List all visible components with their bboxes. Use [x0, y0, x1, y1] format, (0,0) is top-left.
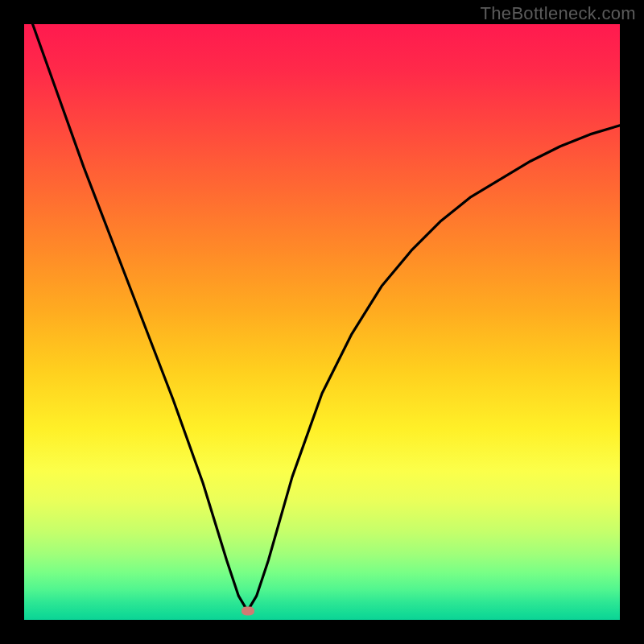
watermark-text: TheBottleneck.com	[481, 3, 636, 24]
plot-area	[24, 24, 620, 620]
minimum-marker	[242, 606, 254, 615]
curve-layer	[24, 24, 620, 620]
bottleneck-curve	[24, 24, 620, 611]
chart-stage: TheBottleneck.com	[0, 0, 644, 644]
